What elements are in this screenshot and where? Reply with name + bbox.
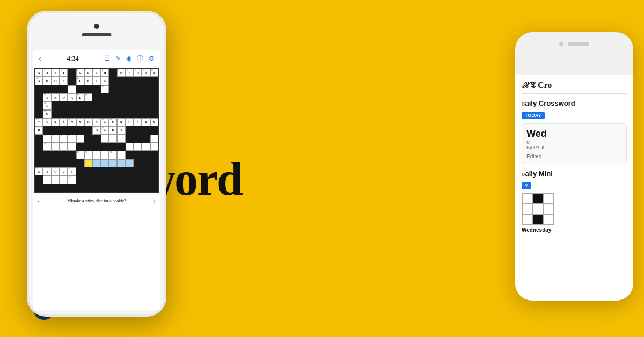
cw-cell-14-8[interactable] — [101, 184, 109, 192]
cw-cell-8-12[interactable] — [134, 135, 142, 143]
cw-cell-1-2[interactable]: O — [52, 77, 60, 85]
cw-cell-8-10[interactable] — [117, 135, 125, 143]
cw-cell-6-9[interactable]: 40U — [109, 118, 117, 126]
cw-cell-1-12[interactable] — [134, 77, 142, 85]
cw-cell-10-7[interactable] — [92, 151, 100, 159]
cw-cell-2-0[interactable] — [35, 85, 43, 93]
cw-cell-7-10[interactable]: S — [117, 126, 125, 134]
cw-cell-10-8[interactable] — [101, 151, 109, 159]
cw-cell-11-13[interactable] — [142, 159, 150, 167]
cw-cell-7-14[interactable] — [150, 126, 158, 134]
cw-cell-6-2[interactable]: R — [52, 118, 60, 126]
cw-cell-3-7[interactable] — [92, 93, 100, 101]
cw-cell-13-14[interactable] — [150, 175, 158, 184]
cw-cell-7-5[interactable] — [76, 126, 84, 134]
cw-cell-9-13[interactable] — [142, 143, 150, 151]
cw-cell-1-7[interactable]: I — [92, 77, 100, 85]
cw-cell-3-10[interactable] — [117, 93, 125, 101]
cw-cell-13-11[interactable] — [126, 175, 134, 184]
cw-cell-8-3[interactable]: 46 — [60, 135, 68, 143]
cw-cell-13-13[interactable] — [142, 175, 150, 184]
cw-cell-13-5[interactable] — [76, 175, 84, 184]
cw-cell-6-10[interactable]: R — [117, 118, 125, 126]
cw-cell-8-8[interactable] — [101, 135, 109, 143]
cw-cell-10-1[interactable] — [43, 151, 51, 159]
clue-next-arrow[interactable]: › — [153, 197, 156, 205]
cw-cell-6-7[interactable]: S — [92, 118, 100, 126]
cw-cell-4-13[interactable] — [142, 101, 150, 109]
cw-cell-0-13[interactable]: 12I — [142, 69, 150, 77]
cw-cell-6-5[interactable]: N — [76, 118, 84, 126]
cw-cell-5-13[interactable] — [142, 110, 150, 118]
cw-cell-7-0[interactable]: 41H — [35, 126, 43, 134]
cw-cell-4-0[interactable] — [35, 101, 43, 109]
cw-cell-9-7[interactable] — [92, 143, 100, 151]
cw-cell-14-7[interactable] — [92, 184, 100, 192]
cw-cell-12-4[interactable]: 63T — [68, 167, 76, 175]
cw-cell-13-3[interactable] — [60, 175, 68, 184]
cw-cell-9-9[interactable] — [109, 143, 117, 151]
cw-cell-12-3[interactable]: U — [60, 167, 68, 175]
cw-cell-13-8[interactable] — [101, 175, 109, 184]
cw-cell-0-8[interactable]: 8D — [101, 69, 109, 77]
cw-cell-6-14[interactable]: X — [150, 118, 158, 126]
cw-cell-10-13[interactable] — [142, 151, 150, 159]
cw-cell-7-1[interactable] — [43, 126, 51, 134]
cw-cell-12-11[interactable] — [126, 167, 134, 175]
cw-cell-0-4[interactable] — [68, 69, 76, 77]
cw-cell-14-1[interactable] — [43, 184, 51, 192]
cw-cell-4-9[interactable] — [109, 101, 117, 109]
cw-cell-2-4[interactable]: 17 — [68, 85, 76, 93]
cw-cell-0-6[interactable]: 6R — [84, 69, 92, 77]
cw-cell-4-3[interactable] — [60, 101, 68, 109]
cw-cell-6-0[interactable]: 37T — [35, 118, 43, 126]
cw-cell-5-11[interactable] — [126, 110, 134, 118]
cw-cell-6-4[interactable]: 38N — [68, 118, 76, 126]
cw-cell-8-2[interactable]: 45 — [52, 135, 60, 143]
cw-cell-7-3[interactable] — [60, 126, 68, 134]
cw-cell-10-4[interactable] — [68, 151, 76, 159]
cw-cell-7-9[interactable]: K — [109, 126, 117, 134]
cw-cell-11-6[interactable] — [84, 159, 92, 167]
cw-cell-9-6[interactable] — [84, 143, 92, 151]
cw-cell-10-3[interactable] — [60, 151, 68, 159]
cw-cell-12-8[interactable] — [101, 167, 109, 175]
cw-cell-11-14[interactable] — [150, 159, 158, 167]
cw-cell-12-1[interactable]: T — [43, 167, 51, 175]
cw-cell-0-0[interactable]: 1N — [35, 69, 43, 77]
cw-cell-5-5[interactable] — [76, 110, 84, 118]
cw-cell-8-13[interactable] — [142, 135, 150, 143]
cw-cell-1-8[interactable]: A — [101, 77, 109, 85]
cw-cell-10-0[interactable] — [35, 151, 43, 159]
cw-cell-14-5[interactable] — [76, 184, 84, 192]
cw-cell-12-6[interactable] — [84, 167, 92, 175]
cw-cell-9-10[interactable] — [117, 143, 125, 151]
cw-cell-0-7[interactable]: 7A — [92, 69, 100, 77]
cw-cell-7-2[interactable] — [52, 126, 60, 134]
cw-cell-12-10[interactable] — [117, 167, 125, 175]
cw-cell-5-2[interactable] — [52, 110, 60, 118]
cw-cell-5-9[interactable] — [109, 110, 117, 118]
cw-cell-14-14[interactable] — [150, 184, 158, 192]
cw-cell-9-5[interactable] — [76, 143, 84, 151]
cw-cell-3-4[interactable]: A — [68, 93, 76, 101]
cw-cell-1-6[interactable]: E — [84, 77, 92, 85]
cw-cell-13-6[interactable] — [84, 175, 92, 184]
cw-cell-3-8[interactable] — [101, 93, 109, 101]
cw-cell-11-7[interactable] — [92, 159, 100, 167]
cw-cell-7-7[interactable]: 42O — [92, 126, 100, 134]
cw-cell-12-12[interactable] — [134, 167, 142, 175]
cw-cell-7-4[interactable] — [68, 126, 76, 134]
cw-cell-12-0[interactable]: 62S — [35, 167, 43, 175]
cw-cell-4-8[interactable] — [101, 101, 109, 109]
cw-cell-7-6[interactable] — [84, 126, 92, 134]
cw-cell-2-3[interactable] — [60, 85, 68, 93]
cw-cell-4-12[interactable] — [134, 101, 142, 109]
cw-cell-1-9[interactable] — [109, 77, 117, 85]
cw-cell-11-12[interactable] — [134, 159, 142, 167]
cw-cell-5-8[interactable] — [101, 110, 109, 118]
cw-cell-7-11[interactable] — [126, 126, 134, 134]
cw-cell-5-3[interactable] — [60, 110, 68, 118]
cw-cell-5-6[interactable] — [84, 110, 92, 118]
cw-cell-7-12[interactable] — [134, 126, 142, 134]
